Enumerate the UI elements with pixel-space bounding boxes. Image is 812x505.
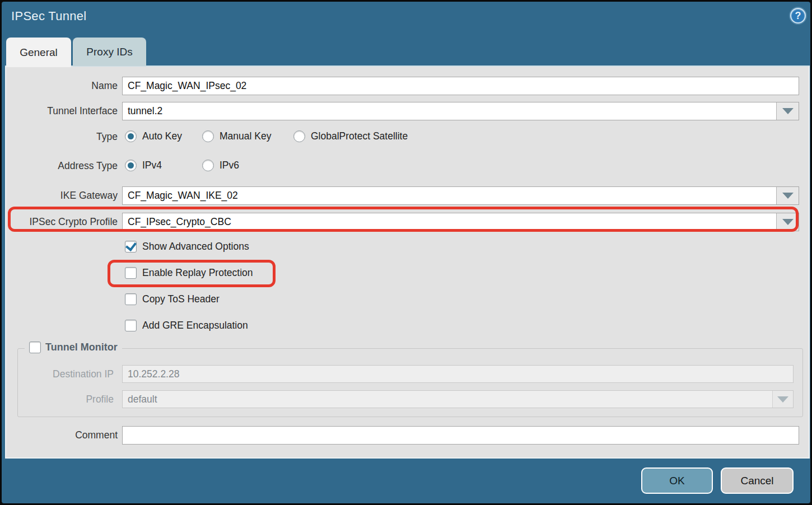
tab-general[interactable]: General [6, 38, 71, 67]
comment-label: Comment [2, 429, 118, 441]
radio-globalprotect-satellite[interactable] [293, 130, 305, 142]
radio-ipv4-label: IPv4 [142, 160, 162, 171]
tunnel-interface-value: tunnel.2 [128, 105, 162, 117]
radio-auto-key-label: Auto Key [142, 130, 182, 142]
radio-ipv6[interactable] [202, 160, 214, 171]
ike-gateway-label: IKE Gateway [2, 189, 118, 202]
name-input[interactable]: CF_Magic_WAN_IPsec_02 [122, 77, 799, 95]
profile-label: Profile [2, 393, 114, 405]
radio-manual-key[interactable] [202, 130, 214, 142]
help-glyph: ? [795, 10, 801, 22]
ike-gateway-value: CF_Magic_WAN_IKE_02 [128, 190, 238, 202]
chevron-down-icon [777, 396, 788, 403]
cancel-button[interactable]: Cancel [721, 467, 794, 494]
name-value: CF_Magic_WAN_IPsec_02 [128, 80, 246, 92]
profile-dropdown-button [772, 391, 793, 408]
checkbox-copy-tos-header[interactable] [125, 293, 137, 305]
radio-item-manual-key: Manual Key [202, 130, 271, 142]
type-label: Type [2, 130, 118, 143]
name-label: Name [2, 80, 118, 92]
radio-item-ipv4: IPv4 [125, 160, 162, 171]
radio-globalprotect-satellite-label: GlobalProtect Satellite [311, 130, 408, 142]
chevron-down-icon [782, 219, 794, 225]
checkbox-show-advanced-options[interactable] [125, 241, 137, 252]
ipsec-crypto-profile-dropdown-button[interactable] [776, 213, 799, 231]
address-type-label: Address Type [2, 160, 118, 172]
tunnel-monitor-legend: Tunnel Monitor [25, 342, 122, 353]
ipsec-crypto-profile-select[interactable]: CF_IPsec_Crypto_CBC [122, 213, 799, 231]
ike-gateway-select[interactable]: CF_Magic_WAN_IKE_02 [122, 186, 799, 205]
ipsec-tunnel-dialog: IPSec Tunnel ? General Proxy IDs Name CF… [2, 2, 810, 503]
comment-input[interactable] [122, 426, 799, 445]
checkbox-item-show-advanced-options: Show Advanced Options [125, 241, 249, 252]
checkbox-item-enable-replay-protection: Enable Replay Protection [125, 267, 253, 279]
radio-manual-key-label: Manual Key [220, 130, 271, 142]
checkbox-item-copy-tos-header: Copy ToS Header [125, 293, 220, 305]
radio-item-globalprotect-satellite: GlobalProtect Satellite [293, 130, 408, 142]
radio-auto-key[interactable] [125, 130, 137, 142]
cancel-button-label: Cancel [740, 475, 773, 487]
checkbox-add-gre-encapsulation-label: Add GRE Encapsulation [142, 320, 248, 331]
tab-general-label: General [20, 46, 58, 59]
checkbox-enable-replay-protection[interactable] [125, 267, 137, 279]
radio-item-auto-key: Auto Key [125, 130, 182, 142]
tunnel-interface-label: Tunnel Interface [2, 105, 118, 117]
dialog-title: IPSec Tunnel [11, 9, 86, 24]
ipsec-crypto-profile-value: CF_IPsec_Crypto_CBC [128, 216, 231, 228]
help-icon[interactable]: ? [790, 8, 806, 24]
profile-value: default [128, 394, 157, 405]
ok-button[interactable]: OK [641, 467, 713, 494]
destination-ip-label: Destination IP [2, 368, 114, 380]
tunnel-interface-select[interactable]: tunnel.2 [122, 102, 799, 120]
ipsec-crypto-profile-label: IPSec Crypto Profile [2, 216, 118, 228]
profile-select: default [122, 390, 794, 408]
ike-gateway-dropdown-button[interactable] [776, 187, 799, 204]
checkbox-copy-tos-header-label: Copy ToS Header [142, 293, 220, 305]
destination-ip-value: 10.252.2.28 [128, 368, 179, 380]
checkbox-show-advanced-options-label: Show Advanced Options [142, 241, 249, 252]
destination-ip-input: 10.252.2.28 [122, 365, 794, 383]
checkbox-tunnel-monitor[interactable] [29, 342, 41, 353]
tab-proxy-ids-label: Proxy IDs [86, 46, 132, 58]
tunnel-interface-dropdown-button[interactable] [776, 102, 799, 120]
checkbox-item-add-gre-encapsulation: Add GRE Encapsulation [125, 320, 248, 331]
tab-proxy-ids[interactable]: Proxy IDs [73, 38, 146, 66]
checkbox-add-gre-encapsulation[interactable] [125, 320, 137, 331]
radio-ipv6-label: IPv6 [220, 160, 239, 171]
chevron-down-icon [782, 193, 794, 199]
radio-ipv4[interactable] [125, 160, 137, 171]
checkbox-enable-replay-protection-label: Enable Replay Protection [142, 267, 253, 279]
tunnel-monitor-label: Tunnel Monitor [45, 342, 118, 353]
chevron-down-icon [782, 108, 794, 114]
ok-button-label: OK [669, 475, 684, 487]
radio-item-ipv6: IPv6 [202, 160, 239, 171]
